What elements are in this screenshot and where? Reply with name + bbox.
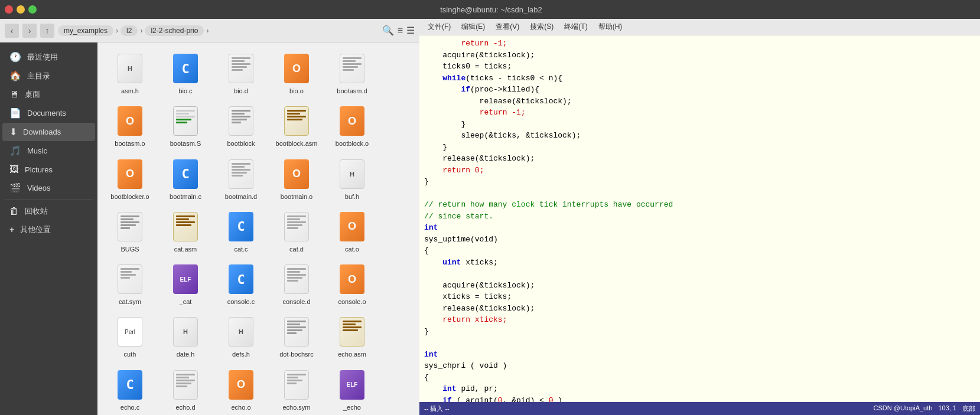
file-icon: ELF	[171, 263, 200, 296]
file-item[interactable]: Cbio.c	[159, 48, 212, 99]
menu-edit[interactable]: 编辑(E)	[457, 20, 490, 34]
file-icon	[227, 158, 255, 191]
file-item[interactable]: Obootblocker.o	[103, 154, 157, 204]
file-item[interactable]: Obio.o	[270, 48, 323, 99]
file-label: echo.c	[121, 403, 139, 411]
file-icon: C	[116, 368, 144, 401]
path-item-1[interactable]: l2	[121, 25, 138, 36]
close-btn[interactable]	[5, 5, 13, 14]
file-label: echo.d	[175, 403, 195, 411]
file-item[interactable]: Hdefs.h	[214, 312, 268, 362]
path-sep-2: ›	[206, 27, 209, 35]
file-item[interactable]: ELF_cat	[159, 259, 212, 309]
menu-terminal[interactable]: 终端(T)	[559, 20, 592, 34]
sidebar-item-home[interactable]: 🏠 主目录	[2, 67, 95, 85]
fm-toolbar: ‹ › ↑ my_examples › l2 › l2-2-sched-prio…	[0, 19, 419, 43]
file-item[interactable]: Cconsole.c	[214, 259, 268, 309]
sidebar-item-trash[interactable]: 🗑 回收站	[2, 202, 95, 220]
max-btn[interactable]	[28, 5, 37, 14]
file-item[interactable]: cat.asm	[159, 207, 212, 257]
file-item[interactable]: BUGS	[103, 207, 157, 257]
file-item[interactable]: console.d	[270, 259, 323, 309]
file-label: cat.c	[234, 245, 248, 253]
search-button[interactable]: 🔍	[382, 25, 394, 36]
file-icon	[227, 52, 255, 85]
file-icon: O	[282, 52, 311, 85]
attribution: CSDN @UtopiA_uth	[874, 404, 933, 413]
file-item[interactable]: Oecho.o	[214, 365, 268, 415]
file-item[interactable]: Obootblock.o	[325, 101, 379, 151]
file-item[interactable]: ELF_echo	[325, 365, 379, 415]
file-grid: Hasm.hCbio.cbio.dObio.obootasm.dObootasm…	[97, 43, 419, 415]
file-item[interactable]: Hbuf.h	[325, 154, 379, 204]
file-item[interactable]: Cbootmain.c	[159, 154, 212, 204]
file-item[interactable]: Hasm.h	[103, 48, 157, 99]
file-label: bootblock.o	[336, 139, 369, 148]
sidebar-item-documents[interactable]: 📄 Documents	[2, 104, 95, 122]
title-bar: tsinghe@ubuntu: ~/csdn_lab2	[0, 0, 980, 19]
file-item[interactable]: bootasm.S	[159, 101, 212, 151]
back-button[interactable]: ‹	[5, 24, 19, 38]
file-label: defs.h	[232, 350, 250, 358]
file-item[interactable]: bootblock.asm	[270, 101, 323, 151]
file-label: bio.c	[178, 87, 192, 95]
file-item[interactable]: cat.sym	[103, 259, 157, 309]
file-item[interactable]: Hdate.h	[159, 312, 212, 362]
menu-help[interactable]: 帮助(H)	[594, 20, 627, 34]
fm-body: 🕐 最近使用 🏠 主目录 🖥 桌面 📄 Documents ⬇ Do	[0, 43, 419, 415]
sidebar-item-downloads[interactable]: ⬇ Downloads	[2, 123, 95, 141]
path-item-0[interactable]: my_examples	[58, 25, 113, 36]
file-label: dot-bochsrc	[279, 350, 313, 358]
sidebar-label-documents: Documents	[27, 109, 66, 117]
file-label: buf.h	[345, 192, 359, 201]
file-label: cat.asm	[174, 245, 197, 253]
file-item[interactable]: Oconsole.o	[325, 259, 379, 309]
file-item[interactable]: Cecho.c	[103, 365, 157, 415]
up-button[interactable]: ↑	[40, 24, 54, 38]
file-item[interactable]: echo.sym	[270, 365, 323, 415]
file-item[interactable]: dot-bochsrc	[270, 312, 323, 362]
sidebar-item-other[interactable]: + 其他位置	[2, 221, 95, 238]
sidebar-label-downloads: Downloads	[23, 128, 61, 136]
menu-view[interactable]: 查看(V)	[491, 20, 524, 34]
sidebar-item-videos[interactable]: 🎬 Videos	[2, 179, 95, 197]
path-item-2[interactable]: l2-2-sched-prio	[145, 25, 204, 36]
file-label: echo.sym	[282, 403, 310, 411]
menu-search[interactable]: 搜索(S)	[525, 20, 558, 34]
file-label: BUGS	[121, 245, 139, 253]
file-icon	[282, 263, 311, 296]
sidebar-item-pictures[interactable]: 🖼 Pictures	[2, 161, 95, 178]
file-item[interactable]: Ccat.c	[214, 207, 268, 257]
file-item[interactable]: bootblock	[214, 101, 268, 151]
file-item[interactable]: bootmain.d	[214, 154, 268, 204]
sidebar-item-recent[interactable]: 🕐 最近使用	[2, 48, 95, 66]
file-label: echo.asm	[338, 350, 366, 358]
sidebar-item-desktop[interactable]: 🖥 桌面	[2, 86, 95, 103]
file-item[interactable]: echo.asm	[325, 312, 379, 362]
file-label: cuth	[124, 350, 136, 358]
file-item[interactable]: Obootmain.o	[270, 154, 323, 204]
view-toggle-button[interactable]: ≡	[398, 25, 403, 36]
file-item[interactable]: Ocat.o	[325, 207, 379, 257]
editor-mode: -- 插入 --	[424, 404, 450, 413]
min-btn[interactable]	[17, 5, 25, 14]
file-item[interactable]: bio.d	[214, 48, 268, 99]
file-item[interactable]: echo.d	[159, 365, 212, 415]
file-item[interactable]: cat.d	[270, 207, 323, 257]
file-item[interactable]: Perlcuth	[103, 312, 157, 362]
code-editor[interactable]: return -1; acquire(&tickslock); ticks0 =…	[419, 35, 980, 402]
file-item[interactable]: bootasm.d	[325, 48, 379, 99]
sidebar-item-music[interactable]: 🎵 Music	[2, 142, 95, 160]
file-item[interactable]: Obootasm.o	[103, 101, 157, 151]
file-label: echo.o	[231, 403, 250, 411]
file-label: bootblocker.o	[110, 192, 149, 201]
statusbar-mode: 底部	[962, 404, 975, 413]
editor-statusbar: -- 插入 -- CSDN @UtopiA_uth 103, 1 底部	[419, 402, 980, 415]
menu-button[interactable]: ☰	[406, 25, 415, 36]
menu-file[interactable]: 文件(F)	[423, 20, 455, 34]
forward-button[interactable]: ›	[22, 24, 37, 38]
file-icon	[171, 368, 200, 401]
statusbar-right: CSDN @UtopiA_uth 103, 1 底部	[874, 404, 975, 413]
home-icon: 🏠	[9, 70, 21, 81]
recent-icon: 🕐	[9, 51, 21, 63]
